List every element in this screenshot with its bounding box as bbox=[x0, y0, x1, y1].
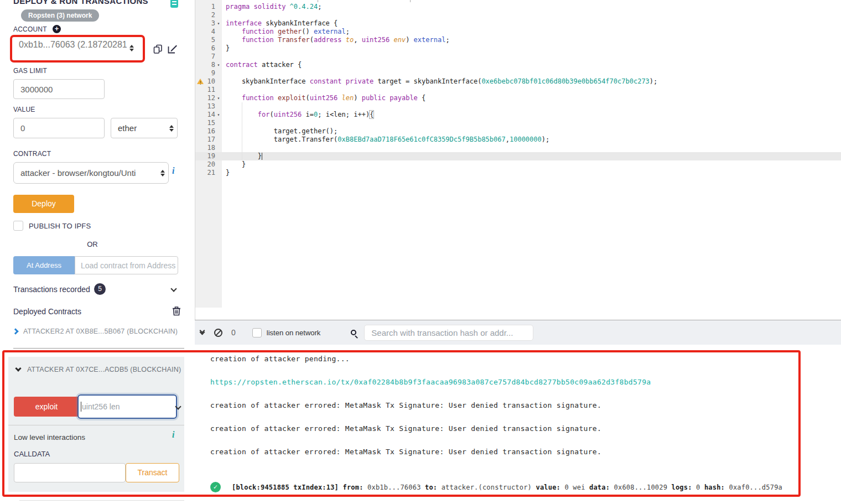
search-icon bbox=[351, 330, 356, 335]
etherscan-link[interactable]: https://ropsten.etherscan.io/tx/0xaf0228… bbox=[210, 378, 651, 386]
contract-select-value: attacker - browser/kongtou/Unti bbox=[20, 168, 136, 178]
deployed-contract-label: ATTACKER2 AT 0XB8E...5B067 (BLOCKCHAIN) bbox=[23, 328, 178, 335]
code-line[interactable]: 1pragma solidity ^0.4.24; bbox=[195, 3, 841, 11]
value-label: VALUE bbox=[13, 106, 35, 113]
or-label: OR bbox=[0, 240, 185, 248]
text-cursor bbox=[81, 402, 81, 412]
pending-tx-count: 0 bbox=[231, 328, 236, 337]
clear-console-icon[interactable] bbox=[214, 329, 222, 337]
code-line[interactable]: 19 } bbox=[195, 152, 841, 160]
panel-title: DEPLOY & RUN TRANSACTIONS bbox=[13, 0, 148, 6]
code-line[interactable]: 9 bbox=[195, 69, 841, 77]
value-unit-label: ether bbox=[118, 123, 137, 133]
divider bbox=[8, 425, 184, 425]
account-label: ACCOUNT bbox=[13, 25, 47, 33]
tab-fragment bbox=[410, 0, 411, 2]
code-line[interactable]: 13 bbox=[195, 102, 841, 111]
fold-icon[interactable]: ▾ bbox=[215, 19, 222, 28]
code-line[interactable]: 15 bbox=[195, 119, 841, 127]
terminal-log-line: creation of attacker errored: MetaMask T… bbox=[210, 401, 651, 424]
chevron-right-icon bbox=[12, 328, 18, 334]
gas-limit-input[interactable] bbox=[13, 79, 105, 99]
deploy-run-panel: DEPLOY & RUN TRANSACTIONS Ropsten (3) ne… bbox=[0, 0, 185, 504]
transact-button[interactable]: Transact bbox=[126, 463, 179, 482]
low-level-interactions-label: Low level interactions bbox=[14, 433, 85, 441]
value-unit-select[interactable]: ether bbox=[111, 118, 178, 138]
code-line[interactable]: 5 function Transfer(address to, uint256 … bbox=[195, 36, 841, 44]
terminal: 0 listen on network creation of attacker… bbox=[195, 320, 841, 504]
code-line[interactable]: 10 skybankInterface constant private tar… bbox=[195, 77, 841, 86]
fold-icon[interactable]: ▾ bbox=[215, 111, 222, 119]
expand-terminal-icon[interactable] bbox=[200, 331, 204, 334]
code-line[interactable]: 8▾contract attacker { bbox=[195, 61, 841, 69]
transactions-count-badge: 5 bbox=[94, 283, 106, 295]
deployed-contracts-label: Deployed Contracts bbox=[13, 307, 81, 316]
code-line[interactable]: 12▾ function exploit(uint256 len) public… bbox=[195, 94, 841, 102]
terminal-log-line: creation of attacker errored: MetaMask T… bbox=[210, 424, 651, 448]
exploit-args-input[interactable]: uint256 len bbox=[77, 394, 177, 419]
warning-icon[interactable] bbox=[197, 79, 204, 84]
plugin-icon bbox=[170, 0, 178, 8]
listen-on-network-checkbox[interactable] bbox=[252, 328, 262, 337]
edit-icon[interactable] bbox=[168, 44, 178, 54]
code-line[interactable]: 6} bbox=[195, 44, 841, 53]
at-address-button[interactable]: At Address bbox=[13, 256, 75, 274]
code-lines: 1pragma solidity ^0.4.24;23▾interface sk… bbox=[195, 3, 841, 177]
code-line[interactable]: 3▾interface skybankInterface { bbox=[195, 19, 841, 28]
code-line[interactable]: 20 } bbox=[195, 160, 841, 169]
select-caret-icon bbox=[160, 170, 165, 176]
deployed-contract-attacker-header[interactable]: ATTACKER AT 0X7CE...ACDB5 (BLOCKCHAIN) bbox=[16, 366, 181, 373]
low-level-info-icon[interactable]: i bbox=[172, 430, 174, 440]
deployed-contract-attacker2[interactable]: ATTACKER2 AT 0XB8E...5B067 (BLOCKCHAIN) bbox=[13, 328, 178, 335]
code-line[interactable]: 14▾ for(uint256 i=0; i<len; i++){ bbox=[195, 111, 841, 119]
network-badge: Ropsten (3) network bbox=[21, 9, 99, 22]
contract-label: CONTRACT bbox=[13, 150, 51, 158]
code-line[interactable]: 7 bbox=[195, 53, 841, 61]
contract-select[interactable]: attacker - browser/kongtou/Unti bbox=[13, 162, 169, 184]
exploit-args-placeholder: uint256 len bbox=[82, 402, 120, 411]
code-editor[interactable]: 1pragma solidity ^0.4.24;23▾interface sk… bbox=[195, 0, 841, 320]
block-log-segments: [block:9451885 txIndex:13] from: 0xb1b..… bbox=[232, 484, 782, 491]
calldata-input[interactable] bbox=[14, 463, 126, 482]
code-line[interactable]: 4 function gether() external; bbox=[195, 28, 841, 36]
code-line[interactable]: 21} bbox=[195, 169, 841, 177]
chevron-down-icon[interactable] bbox=[170, 285, 176, 292]
code-line[interactable]: 18 bbox=[195, 144, 841, 152]
select-caret-icon bbox=[169, 125, 174, 132]
account-select-value: 0xb1b...76063 (2.18720281 bbox=[19, 40, 127, 49]
fold-icon[interactable]: ▾ bbox=[215, 94, 222, 102]
copy-icon[interactable] bbox=[153, 44, 163, 54]
terminal-log-line: creation of attacker errored: MetaMask T… bbox=[210, 448, 651, 471]
calldata-label: CALLDATA bbox=[14, 450, 50, 458]
divider bbox=[13, 348, 184, 349]
deploy-button[interactable]: Deploy bbox=[13, 195, 74, 213]
block-log-row[interactable]: ✓ [block:9451885 txIndex:13] from: 0xb1b… bbox=[210, 482, 782, 492]
trash-icon[interactable] bbox=[172, 306, 181, 316]
deployed-contract-label: ATTACKER AT 0X7CE...ACDB5 (BLOCKCHAIN) bbox=[27, 366, 181, 373]
contract-info-icon[interactable]: i bbox=[172, 166, 174, 176]
exploit-button[interactable]: exploit bbox=[14, 397, 79, 417]
value-input[interactable] bbox=[13, 118, 105, 138]
publish-ipfs-label: PUBLISH TO IPFS bbox=[29, 222, 91, 230]
terminal-toolbar: 0 listen on network bbox=[195, 320, 841, 345]
account-select[interactable]: 0xb1b...76063 (2.18720281 bbox=[17, 40, 141, 58]
code-line[interactable]: 11 bbox=[195, 86, 841, 94]
terminal-logs: creation of attacker pending...https://r… bbox=[210, 355, 651, 471]
terminal-log-line: creation of attacker pending... bbox=[210, 355, 651, 378]
success-check-icon: ✓ bbox=[210, 482, 221, 492]
add-account-icon[interactable]: + bbox=[53, 25, 61, 33]
divider bbox=[19, 500, 184, 501]
listen-on-network-label: listen on network bbox=[267, 329, 321, 337]
transactions-recorded-label: Transactions recorded bbox=[13, 285, 90, 294]
code-line[interactable]: 2 bbox=[195, 11, 841, 19]
remix-ide: DEPLOY & RUN TRANSACTIONS Ropsten (3) ne… bbox=[0, 0, 841, 504]
code-line[interactable]: 16 target.gether(); bbox=[195, 127, 841, 136]
publish-ipfs-checkbox[interactable] bbox=[13, 221, 23, 231]
gas-limit-label: GAS LIMIT bbox=[13, 67, 47, 75]
tab-fragment bbox=[318, 0, 318, 2]
fold-icon[interactable]: ▾ bbox=[215, 61, 222, 69]
chevron-down-icon bbox=[15, 365, 21, 371]
code-line[interactable]: 17 target.Transfer(0xB8EBd7aaD718F65e61c… bbox=[195, 136, 841, 144]
at-address-input[interactable] bbox=[75, 256, 178, 274]
terminal-search-input[interactable] bbox=[364, 325, 533, 341]
